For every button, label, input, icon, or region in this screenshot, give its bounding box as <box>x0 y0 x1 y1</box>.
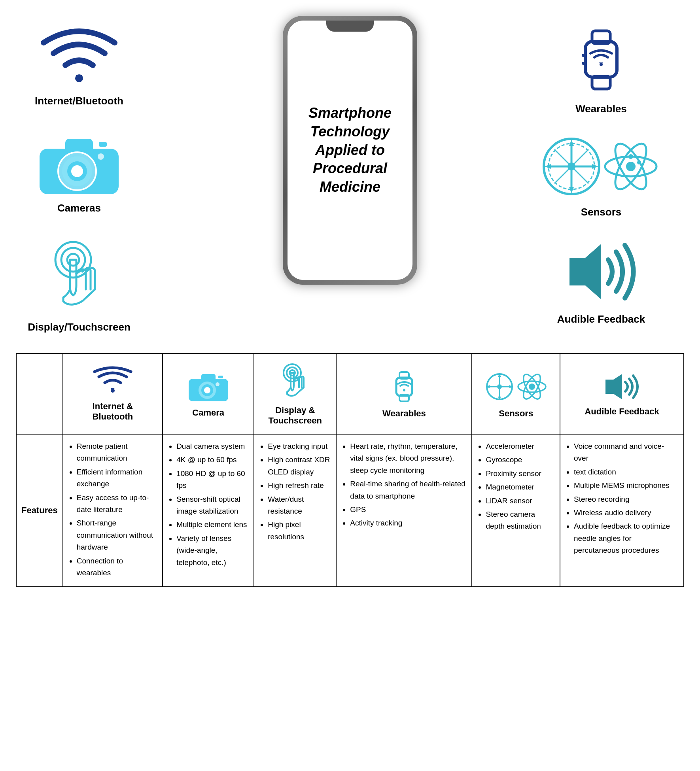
feature-item: Proximity sensor <box>486 468 555 480</box>
svg-point-60 <box>529 384 535 390</box>
header-internet-bluetooth-label: Internet &Bluetooth <box>67 401 158 422</box>
svg-point-59 <box>497 384 502 389</box>
feature-item: Stereo recording <box>574 493 679 505</box>
audible-feedback-block: Audible Feedback <box>550 234 653 325</box>
internet-bluetooth-label: Internet/Bluetooth <box>35 95 123 107</box>
features-display-touchscreen: Eye tracking input High contrast XDR OLE… <box>254 434 336 587</box>
svg-point-34 <box>628 154 633 159</box>
sensors-icon <box>538 131 664 202</box>
cameras-label: Cameras <box>57 202 101 214</box>
header-wearables: Wearables <box>336 353 472 434</box>
feature-item: Variety of lenses (wide-angle, telephoto… <box>176 533 249 569</box>
features-audible-feedback: Voice command and voice-over text dictat… <box>560 434 684 587</box>
svg-point-35 <box>637 161 641 164</box>
features-camera: Dual camera system 4K @ up to 60 fps 108… <box>163 434 254 587</box>
svg-marker-36 <box>569 244 601 299</box>
table-audio-icon <box>564 371 679 403</box>
top-section: Internet/Bluetooth <box>0 0 700 341</box>
features-sensors-list: Accelerometer Gyroscope Proximity sensor… <box>477 440 555 533</box>
right-column: Wearables <box>526 16 676 325</box>
audible-feedback-label: Audible Feedback <box>557 313 645 325</box>
features-internet-list: Remote patient communication Efficient i… <box>68 440 157 579</box>
wearables-block: Wearables <box>564 24 639 115</box>
feature-item: Wireless audio delivery <box>574 507 679 519</box>
svg-point-17 <box>582 54 585 57</box>
cameras-block: Cameras <box>36 131 123 214</box>
top-row: Internet/Bluetooth <box>24 16 676 333</box>
feature-item: text dictation <box>574 466 679 478</box>
header-wearables-label: Wearables <box>341 408 467 419</box>
feature-item: Connection to wearables <box>77 555 157 579</box>
svg-rect-48 <box>396 378 412 396</box>
table-wifi-icon <box>67 366 158 397</box>
features-camera-list: Dual camera system 4K @ up to 60 fps 108… <box>168 440 249 569</box>
table-section: Internet &Bluetooth <box>0 345 700 603</box>
table-sensors-icon <box>476 369 556 404</box>
header-display-touchscreen: Display &Touchscreen <box>254 353 336 434</box>
left-column: Internet/Bluetooth <box>24 16 134 333</box>
header-empty <box>16 353 63 434</box>
svg-rect-3 <box>99 142 107 147</box>
svg-marker-26 <box>592 164 598 169</box>
features-audio-list: Voice command and voice-over text dictat… <box>565 440 679 557</box>
internet-bluetooth-block: Internet/Bluetooth <box>35 28 123 107</box>
wifi-icon <box>40 28 119 91</box>
feature-item: High refresh rate <box>268 480 331 491</box>
svg-point-43 <box>204 387 210 393</box>
table-camera-icon <box>167 370 250 404</box>
table-touch-icon <box>258 362 332 401</box>
svg-marker-64 <box>605 374 622 399</box>
table-wearable-icon <box>341 369 467 404</box>
features-wearables-list: Heart rate, rhythm, temperature, vital s… <box>341 440 467 529</box>
svg-point-8 <box>71 165 83 177</box>
feature-item: LiDAR sensor <box>486 495 555 507</box>
features-row: Features Remote patient communication Ef… <box>16 434 684 587</box>
svg-point-9 <box>98 153 104 160</box>
header-camera: Camera <box>163 353 254 434</box>
svg-point-0 <box>75 74 83 82</box>
svg-point-16 <box>600 63 603 66</box>
feature-item: Activity tracking <box>350 517 467 529</box>
svg-marker-24 <box>569 187 574 193</box>
feature-item: 4K @ up to 60 fps <box>176 454 249 466</box>
svg-point-51 <box>403 389 405 391</box>
features-table: Internet &Bluetooth <box>16 353 684 587</box>
phone-title: Smartphone Technology Applied to Procedu… <box>288 100 412 200</box>
header-audible-feedback: Audible Feedback <box>560 353 684 434</box>
feature-item: Multiple element lens <box>176 519 249 531</box>
sensors-label: Sensors <box>581 206 622 218</box>
feature-item: Accelerometer <box>486 440 555 452</box>
svg-rect-2 <box>65 139 93 153</box>
header-display-touchscreen-label: Display &Touchscreen <box>258 405 332 426</box>
feature-item: Water/dust resistance <box>268 493 331 518</box>
display-touchscreen-label: Display/Touchscreen <box>28 321 131 333</box>
svg-point-30 <box>626 162 636 171</box>
svg-point-37 <box>111 389 115 393</box>
feature-item: Efficient information exchange <box>77 466 157 490</box>
feature-item: Heart rate, rhythm, temperature, vital s… <box>350 440 467 476</box>
touch-icon <box>42 238 117 317</box>
feature-item: Short-range communication without hardwa… <box>77 517 157 553</box>
phone-notch <box>326 21 374 32</box>
feature-item: Dual camera system <box>176 440 249 452</box>
phone: Smartphone Technology Applied to Procedu… <box>283 16 417 285</box>
features-wearables: Heart rate, rhythm, temperature, vital s… <box>336 434 472 587</box>
phone-screen: Smartphone Technology Applied to Procedu… <box>288 21 412 280</box>
feature-item: GPS <box>350 504 467 516</box>
header-audible-feedback-label: Audible Feedback <box>564 406 679 417</box>
feature-item: Gyroscope <box>486 454 555 466</box>
svg-point-44 <box>216 382 219 386</box>
svg-marker-23 <box>569 140 574 146</box>
feature-item: Audible feedback to optimize needle angl… <box>574 520 679 556</box>
camera-icon <box>36 131 123 198</box>
svg-marker-25 <box>545 164 551 169</box>
feature-item: Voice command and voice-over <box>574 440 679 465</box>
feature-item: Remote patient communication <box>77 440 157 465</box>
display-touchscreen-block: Display/Touchscreen <box>28 238 131 333</box>
header-camera-label: Camera <box>167 408 250 418</box>
features-internet-bluetooth: Remote patient communication Efficient i… <box>63 434 163 587</box>
header-internet-bluetooth: Internet &Bluetooth <box>63 353 163 434</box>
feature-item: Multiple MEMS microphones <box>574 480 679 491</box>
header-sensors: Sensors <box>472 353 560 434</box>
wearable-icon <box>564 24 639 99</box>
